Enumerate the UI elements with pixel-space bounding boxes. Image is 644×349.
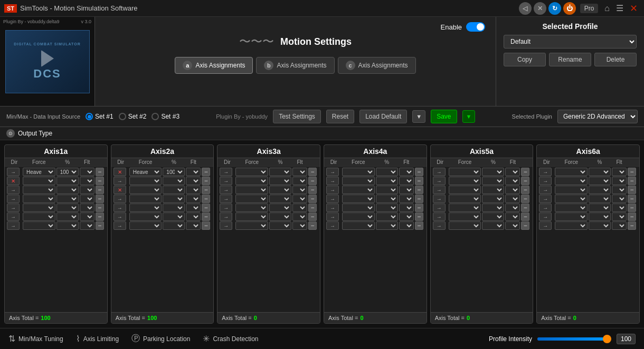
dir-icon[interactable]: → [326,221,339,230]
force-select[interactable] [555,186,588,194]
pct-select[interactable] [56,212,79,221]
dir-icon[interactable]: → [539,168,552,176]
force-select[interactable] [23,177,55,185]
flt-select[interactable] [80,168,94,176]
dir-icon[interactable]: → [7,203,20,212]
pct-select[interactable]: 100 [163,168,185,176]
flt-select[interactable] [612,203,627,212]
dir-icon[interactable]: → [220,212,232,221]
force-select[interactable]: Heave [129,168,162,176]
test-settings-button[interactable]: Test Settings [273,110,321,123]
minus-button[interactable]: − [521,177,529,185]
force-select[interactable] [342,177,375,185]
pct-select[interactable] [269,221,291,230]
force-select[interactable] [449,203,481,212]
pct-select[interactable] [482,203,504,212]
pct-select[interactable] [482,177,504,185]
save-button[interactable]: Save [431,110,457,123]
force-select[interactable] [342,212,375,221]
pct-select[interactable] [269,195,291,203]
pct-select[interactable] [376,212,398,221]
force-select[interactable] [235,177,268,185]
pct-select[interactable] [376,168,398,176]
flt-select[interactable] [186,186,201,194]
minus-button[interactable]: − [308,195,317,203]
force-select[interactable] [235,186,268,194]
load-default-button[interactable]: Load Default [359,110,407,123]
dir-icon[interactable]: → [433,221,446,230]
minus-button[interactable]: − [628,186,636,194]
radio-set2[interactable]: Set #2 [119,113,147,120]
dir-icon[interactable]: → [433,177,446,185]
dir-icon[interactable]: → [113,203,126,212]
axis-tab-b[interactable]: b Axis Assignments [256,57,334,74]
menu-button[interactable]: ☰ [614,3,626,13]
pct-select[interactable] [589,177,611,185]
flt-select[interactable] [186,168,201,176]
dir-icon[interactable]: → [220,203,232,212]
minus-button[interactable]: − [628,195,636,203]
dir-icon[interactable]: → [326,168,339,176]
pct-select[interactable] [589,221,611,230]
pct-select[interactable] [376,177,398,185]
force-select[interactable] [342,221,375,230]
minus-button[interactable]: − [96,168,104,176]
profile-select[interactable]: Default [504,35,637,49]
flt-select[interactable] [186,177,201,185]
dir-icon[interactable]: → [433,186,446,194]
flt-select[interactable] [80,212,94,221]
force-select[interactable] [129,195,162,203]
dir-icon[interactable]: → [326,203,339,212]
minus-button[interactable]: − [96,221,104,230]
pct-select[interactable] [163,203,185,212]
pct-select[interactable] [376,203,398,212]
flt-select[interactable] [80,177,94,185]
force-select[interactable] [23,195,55,203]
minus-button[interactable]: − [308,221,317,230]
dir-icon[interactable]: → [433,212,446,221]
tb-btn-4[interactable]: ⏻ [563,2,576,15]
dir-icon[interactable]: → [113,221,126,230]
pct-select[interactable] [56,186,79,194]
pct-select[interactable] [589,203,611,212]
minus-button[interactable]: − [308,168,317,176]
pct-select[interactable] [56,221,79,230]
pct-select[interactable] [376,221,398,230]
minus-button[interactable]: − [202,168,210,176]
force-select[interactable] [555,177,588,185]
force-select[interactable] [129,221,162,230]
dir-icon[interactable]: → [220,177,232,185]
minus-button[interactable]: − [415,212,423,221]
flt-select[interactable] [399,221,414,230]
dir-icon[interactable]: → [326,177,339,185]
dir-icon[interactable]: → [220,195,232,203]
minus-button[interactable]: − [202,212,210,221]
dir-icon[interactable]: → [220,221,232,230]
flt-select[interactable] [505,221,520,230]
pct-select[interactable] [269,168,291,176]
force-select[interactable] [449,177,481,185]
flt-select[interactable] [505,195,520,203]
dir-icon[interactable]: → [7,212,20,221]
flt-select[interactable] [505,186,520,194]
minus-button[interactable]: − [521,168,529,176]
flt-select[interactable] [612,195,627,203]
force-select[interactable]: Heave [23,168,55,176]
flt-select[interactable] [505,168,520,176]
force-select[interactable] [449,186,481,194]
radio-set3[interactable]: Set #3 [151,113,179,120]
minus-button[interactable]: − [415,177,423,185]
pct-select[interactable] [589,186,611,194]
dir-icon[interactable]: → [7,186,20,194]
tb-btn-2[interactable]: ✕ [534,2,546,15]
pct-select[interactable] [56,203,79,212]
force-select[interactable] [555,212,588,221]
flt-select[interactable] [292,195,307,203]
minus-button[interactable]: − [202,221,210,230]
load-default-dropdown[interactable]: ▼ [412,110,425,123]
minus-button[interactable]: − [628,212,636,221]
intensity-slider[interactable] [537,337,611,341]
flt-select[interactable] [80,195,94,203]
force-select[interactable] [555,203,588,212]
force-select[interactable] [23,203,55,212]
